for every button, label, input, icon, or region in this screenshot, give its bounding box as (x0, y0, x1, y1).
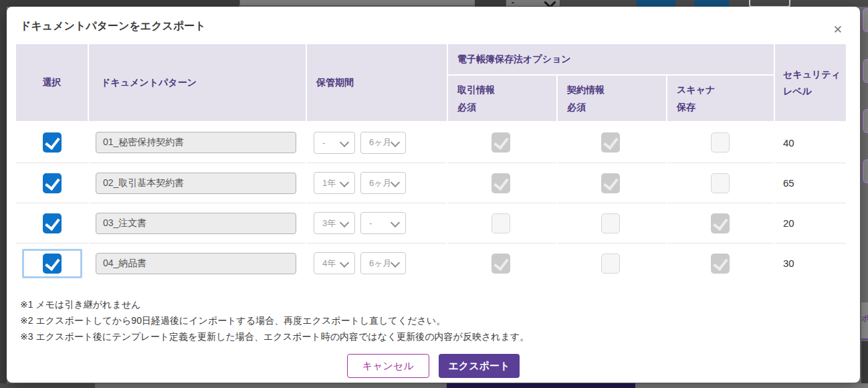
transaction-required-checkbox (492, 213, 510, 233)
backdrop-link-fragment: ポ (861, 302, 868, 340)
footnotes: ※1 メモは引き継がれません ※2 エクスポートしてから90日経過後にインポート… (16, 296, 851, 345)
export-button[interactable]: エクスポート (439, 354, 520, 378)
export-document-pattern-dialog: ドキュメントパターンをエクスポート ✕ 選択 ドキュメントパターン 保管期間 電… (7, 7, 860, 383)
backdrop-blue-button (637, 0, 675, 7)
backdrop-text-input (239, 0, 476, 6)
select-checkbox[interactable] (43, 173, 62, 193)
select-checkbox-wrapper (22, 169, 82, 198)
retention-year-select: - (314, 132, 355, 154)
table-row: - 6ヶ月 40 (16, 122, 851, 163)
footnote: ※3 エクスポート後にテンプレート定義を更新した場合、エクスポート時の内容ではな… (20, 328, 851, 345)
backdrop-bottom-strip (635, 383, 868, 388)
backdrop-bottom-right-dark (861, 341, 868, 388)
chevron-down-icon (391, 178, 400, 187)
column-header-select: 選択 (16, 44, 88, 121)
close-icon[interactable]: ✕ (833, 24, 843, 35)
backdrop-bottom-strip (95, 383, 447, 388)
chevron-down-icon (340, 178, 349, 187)
backdrop-bottom-strip (0, 383, 95, 388)
column-header-retention: 保管期間 (307, 44, 447, 121)
contract-required-checkbox (601, 173, 620, 193)
backdrop-dropdown: - (506, 0, 560, 7)
contract-required-checkbox (601, 132, 620, 153)
select-checkbox-wrapper (22, 249, 82, 278)
column-header-pattern: ドキュメントパターン (89, 44, 306, 121)
retention-year-select: 3年 (314, 212, 355, 234)
retention-year-select: 4年 (314, 252, 355, 274)
transaction-required-checkbox (492, 173, 510, 193)
column-header-contract-required: 契約情報 必須 (558, 76, 666, 121)
retention-month-select: - (360, 212, 406, 234)
scanner-save-checkbox (711, 132, 730, 153)
security-level-value: 40 (775, 122, 846, 163)
transaction-required-checkbox (492, 132, 510, 153)
chevron-down-icon (340, 137, 349, 147)
column-header-security-level: セキュリティ レベル (775, 44, 846, 121)
column-header-ebook-options: 電子帳簿保存法オプション (448, 44, 774, 74)
backdrop-bottom-dark-bar (447, 383, 635, 388)
retention-month-select: 6ヶ月 (360, 252, 406, 274)
backdrop-top-dark (0, 0, 239, 7)
pattern-name-input (96, 253, 296, 274)
footnote: ※1 メモは引き継がれません (20, 296, 851, 312)
backdrop-top-gap (475, 0, 506, 7)
dialog-actions: キャンセル エクスポート (16, 354, 851, 378)
backdrop-purple-button-fragment (863, 59, 868, 83)
chevron-down-icon (391, 258, 400, 268)
backdrop-purple-button-fragment (863, 159, 868, 183)
select-checkbox-wrapper (22, 209, 82, 238)
pattern-name-input (96, 173, 296, 194)
retention-year-select: 1年 (314, 172, 355, 194)
security-level-value: 65 (775, 163, 846, 203)
scanner-save-checkbox (711, 254, 730, 274)
chevron-down-icon (340, 258, 349, 268)
table-header: 選択 ドキュメントパターン 保管期間 電子帳簿保存法オプション 取引情報 必須 … (16, 44, 851, 121)
security-level-value: 20 (775, 203, 846, 243)
select-checkbox-wrapper (22, 128, 82, 157)
pattern-name-input (96, 213, 296, 234)
transaction-required-checkbox (492, 254, 510, 274)
retention-month-select: 6ヶ月 (360, 132, 406, 154)
footnote: ※2 エクスポートしてから90日経過後にインポートする場合、再度エクスポートし直… (20, 312, 851, 328)
backdrop-purple-button-fragment (863, 109, 868, 133)
security-level-value: 30 (775, 243, 846, 283)
dialog-title: ドキュメントパターンをエクスポート (16, 19, 851, 33)
contract-required-checkbox (601, 254, 620, 274)
contract-required-checkbox (601, 213, 620, 233)
select-checkbox[interactable] (43, 213, 62, 233)
chevron-down-icon (391, 218, 400, 227)
table-row: 4年 6ヶ月 30 (16, 243, 851, 283)
column-header-scanner-save: スキャナ 保存 (667, 76, 774, 121)
select-checkbox[interactable] (43, 254, 62, 274)
table-row: 3年 - 20 (16, 203, 851, 243)
scanner-save-checkbox (711, 173, 730, 193)
retention-month-select: 6ヶ月 (360, 172, 406, 194)
backdrop-left-panel (0, 0, 7, 388)
cancel-button[interactable]: キャンセル (347, 354, 429, 378)
chevron-down-icon (340, 218, 349, 227)
table-row: 1年 6ヶ月 65 (16, 163, 851, 203)
scanner-save-checkbox (711, 213, 730, 233)
backdrop-blue-button (694, 0, 729, 7)
backdrop-purple-button-fragment (863, 8, 868, 32)
table-body: - 6ヶ月 40 1年 6ヶ月 65 (16, 122, 851, 283)
chevron-down-icon (391, 137, 400, 147)
pattern-name-input (96, 132, 296, 153)
column-header-transaction-required: 取引情報 必須 (448, 76, 556, 121)
select-checkbox[interactable] (43, 132, 62, 153)
